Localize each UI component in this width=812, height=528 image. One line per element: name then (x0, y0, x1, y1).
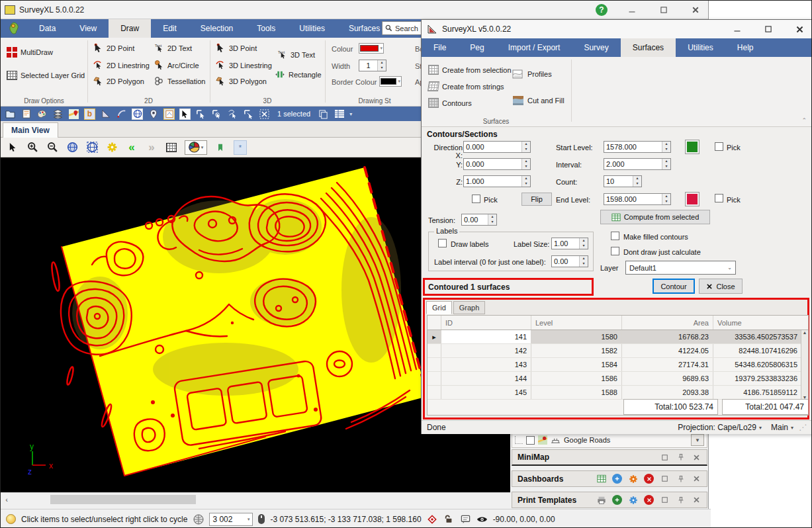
direction-x-field[interactable]: 0.000▴▾ (463, 141, 531, 153)
scroll-left-icon[interactable]: ‹ (1, 496, 13, 504)
layers-icon[interactable] (52, 109, 64, 120)
close-icon[interactable] (688, 3, 703, 17)
ribbon-collapse-icon[interactable]: ⌃ (801, 117, 807, 124)
minimap-close-icon[interactable] (692, 453, 701, 462)
tab-draw[interactable]: Draw (109, 19, 151, 38)
make-filled-checkbox[interactable] (611, 232, 619, 240)
end-level-field[interactable]: 1598.000▴▾ (604, 193, 671, 205)
select-rect-zoom-icon[interactable] (195, 109, 206, 120)
table-row[interactable]: 145 1588 2093.38 4186.751859112 (428, 386, 808, 400)
col-level[interactable]: Level (531, 316, 622, 330)
colour-picker[interactable]: ▾ (359, 43, 384, 54)
view-name[interactable]: Main (771, 423, 788, 432)
zoom-selection-icon[interactable] (85, 141, 99, 154)
table-vscrollbar[interactable]: ▲▼ (801, 330, 808, 400)
dialog-close-icon[interactable] (792, 22, 807, 36)
end-colour-button[interactable] (685, 192, 699, 206)
col-area[interactable]: Area (622, 316, 713, 330)
scroll-thumb[interactable] (50, 495, 196, 504)
border-colour-picker[interactable]: ▾ (379, 76, 402, 87)
table-row[interactable]: ▸ 141 1580 16768.23 33536.4502573537 (428, 330, 808, 344)
tension-field[interactable]: 0.00▴▾ (461, 214, 497, 226)
bookmark-icon[interactable] (214, 141, 227, 154)
dtab-utilities[interactable]: Utilities (676, 38, 725, 57)
projection-label[interactable]: Projection: Cape/Lo29 (678, 423, 756, 432)
table-view-icon[interactable] (334, 109, 345, 120)
set-square-icon[interactable] (100, 109, 111, 120)
2d-polygon-button[interactable]: 2D Polygon (93, 76, 144, 86)
3d-text-button[interactable]: Text 3D Text (277, 50, 315, 60)
count-field[interactable]: 10▴▾ (604, 175, 642, 187)
layer-tree-row[interactable]: Google Roads ▼ (512, 432, 707, 448)
flip-button[interactable]: Flip (521, 193, 552, 206)
theme-dropdown[interactable]: ▾ (185, 140, 207, 155)
cut-and-fill-button[interactable]: Cut and Fill (512, 95, 564, 106)
table-row[interactable]: 143 1584 27174.31 54348.6205806315 (428, 358, 808, 372)
tessellation-button[interactable]: Tessellation (154, 76, 205, 86)
dtab-survey[interactable]: Survey (572, 38, 620, 57)
open-file-icon[interactable] (5, 109, 16, 120)
comment-icon[interactable] (460, 513, 471, 525)
dialog-maximize-icon[interactable] (761, 22, 776, 36)
dashboard-delete-icon[interactable] (644, 474, 654, 484)
resize-grip[interactable]: ⋰ (799, 423, 807, 432)
zoom-in-icon[interactable] (26, 141, 39, 154)
col-id[interactable]: ID (441, 316, 531, 330)
settings-gear-icon[interactable] (105, 141, 118, 154)
map-hscrollbar[interactable]: ‹ (1, 492, 510, 506)
direction-y-field[interactable]: 0.000▴▾ (463, 158, 531, 170)
google-maps-icon[interactable] (68, 109, 79, 120)
globe-tool-icon[interactable] (132, 109, 143, 120)
minimap-pin-icon[interactable] (676, 453, 686, 462)
select-cursor-icon[interactable] (179, 109, 191, 120)
print-templates-panel-header[interactable]: Print Templates (512, 492, 707, 508)
clear-selection-icon[interactable] (259, 109, 270, 120)
3d-point-button[interactable]: 3D Point (216, 43, 257, 53)
layer-select[interactable]: Default1 ⌄ (625, 261, 736, 275)
dont-draw-checkbox[interactable] (611, 247, 619, 255)
print-add-icon[interactable] (612, 495, 622, 505)
eye-icon[interactable] (476, 513, 488, 525)
dialog-minimize-icon[interactable] (730, 22, 744, 36)
dtab-surfaces[interactable]: Surfaces (621, 38, 676, 57)
draw-labels-checkbox[interactable] (438, 239, 447, 247)
maximize-icon[interactable] (656, 3, 671, 17)
dashboard-settings-icon[interactable] (628, 474, 638, 484)
toolbar-more-icon[interactable]: ▾ (349, 111, 352, 117)
select-circle-icon[interactable] (211, 109, 222, 120)
tab-edit[interactable]: Edit (151, 19, 189, 38)
end-pick-checkbox[interactable] (715, 194, 723, 202)
table-row[interactable]: 142 1582 41224.05 82448.107416296 (428, 344, 808, 358)
minimize-icon[interactable] (625, 3, 639, 17)
create-from-strings-button[interactable]: Create from strings (428, 81, 504, 91)
select-lasso-icon[interactable] (227, 109, 238, 120)
arc-tool-icon[interactable] (116, 109, 127, 120)
dtab-import-export[interactable]: Import / Export (496, 38, 572, 57)
3d-polygon-button[interactable]: 3D Polygon (216, 76, 267, 86)
interval-field[interactable]: 2.000▴▾ (604, 158, 671, 170)
zoom-out-icon[interactable] (46, 141, 59, 154)
start-pick-checkbox[interactable] (715, 142, 723, 151)
grid-toggle-icon[interactable] (165, 141, 178, 154)
dashboard-add-icon[interactable] (612, 474, 622, 484)
dashboards-close-icon[interactable] (692, 474, 701, 484)
arc-circle-button[interactable]: Arc/Circle (154, 60, 199, 70)
tab-selection[interactable]: Selection (189, 19, 245, 38)
app-logo-icon[interactable] (1, 19, 27, 38)
dtab-peg[interactable]: Peg (458, 38, 496, 57)
help-icon[interactable]: ? (596, 4, 608, 16)
next-view-icon[interactable]: » (145, 141, 158, 154)
compute-from-selected-button[interactable]: Compute from selected (600, 210, 710, 224)
2d-point-button[interactable]: 2D Point (93, 43, 134, 53)
minimap-panel-header[interactable]: MiniMap (512, 449, 707, 466)
col-volume[interactable]: Volume (713, 316, 801, 330)
deselect-rect-icon[interactable] (243, 109, 254, 120)
label-interval-field[interactable]: 0.00▴▾ (551, 255, 588, 267)
dashboards-panel-header[interactable]: Dashboards (512, 470, 707, 487)
tab-utilities[interactable]: Utilities (287, 19, 337, 38)
minimap-float-icon[interactable] (660, 453, 670, 462)
star-button[interactable]: * (234, 140, 247, 155)
station-diamond-icon[interactable] (427, 513, 438, 525)
dashboards-pin-icon[interactable] (676, 474, 686, 484)
width-stepper[interactable]: 1 ▴▾ (359, 60, 386, 71)
